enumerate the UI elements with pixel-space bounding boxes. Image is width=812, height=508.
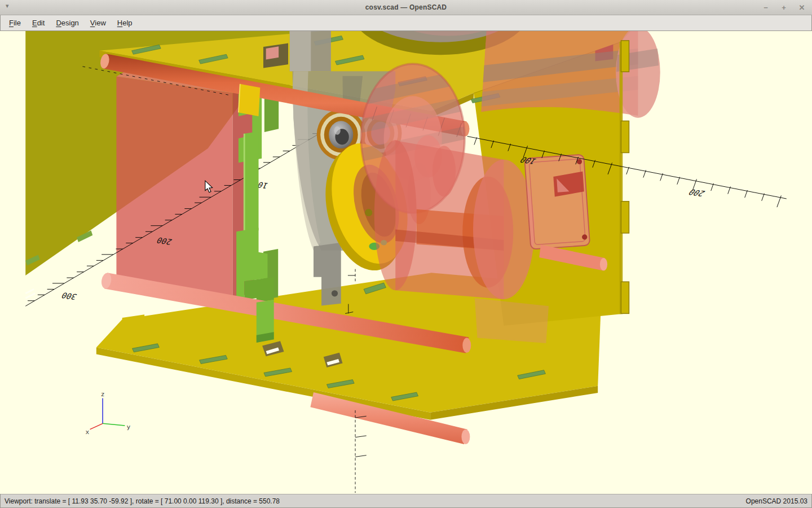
scene-canvas[interactable]: 100 200 300 — [0, 31, 812, 494]
minimize-icon[interactable]: − — [761, 3, 770, 12]
red-acrylic-panel[interactable] — [116, 69, 254, 299]
menu-bar: File Edit Design View Help — [0, 15, 812, 31]
z-axis-label: z — [101, 391, 105, 398]
bellows-cylinder — [480, 31, 638, 118]
close-icon[interactable]: ✕ — [797, 3, 806, 12]
bracket-hole — [332, 290, 338, 296]
menu-edit[interactable]: Edit — [27, 16, 50, 29]
title-bar: ▾ cosv.scad — OpenSCAD − + ✕ — [0, 0, 812, 15]
openscad-window: ▾ cosv.scad — OpenSCAD − + ✕ File Edit D… — [0, 0, 812, 508]
bellows-mount-plate — [524, 155, 590, 249]
menu-design[interactable]: Design — [50, 16, 84, 29]
version-label: OpenSCAD 2015.03 — [746, 497, 807, 505]
menu-help[interactable]: Help — [112, 16, 138, 29]
menu-view[interactable]: View — [85, 16, 112, 29]
3d-viewport[interactable]: 100 200 300 — [0, 31, 812, 494]
menu-file[interactable]: File — [3, 16, 27, 29]
status-bar: Viewport: translate = [ 11.93 35.70 -59.… — [0, 494, 812, 508]
green-rod-clamp[interactable] — [257, 300, 274, 343]
window-title: cosv.scad — OpenSCAD — [0, 3, 812, 11]
viewport-status-text: Viewport: translate = [ 11.93 35.70 -59.… — [5, 497, 746, 505]
maximize-icon[interactable]: + — [779, 3, 788, 12]
y-axis-label: y — [127, 423, 131, 431]
rod-spacer — [239, 84, 260, 116]
x-axis-label: x — [86, 428, 90, 436]
window-controls: − + ✕ — [761, 0, 806, 15]
